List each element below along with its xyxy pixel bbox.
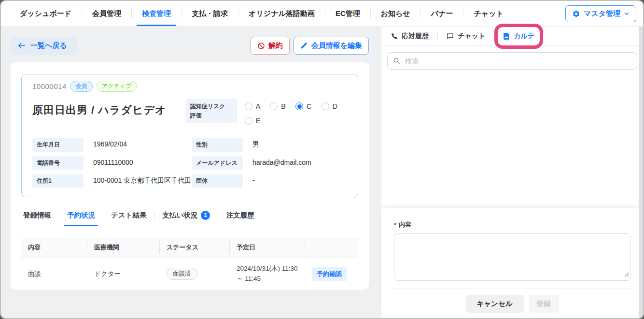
member-id: 10000014 (32, 82, 67, 90)
required-mark: * (394, 221, 396, 229)
karte-document-icon (503, 32, 510, 40)
nav-item-banner[interactable]: バナー (421, 1, 463, 26)
field-value: 100-0001 東京都千代田区千代田 (93, 174, 191, 185)
edit-member-button[interactable]: 会員情報を編集 (294, 37, 369, 55)
risk-radio-c-selected[interactable]: C (295, 102, 311, 110)
side-panel-tabs: 応対履歴 チャット カルテ (381, 27, 643, 46)
resize-grip-icon[interactable] (624, 270, 629, 279)
nav-item-billing[interactable]: 支払・請求 (182, 1, 238, 26)
field-address: 住所1 100-0001 東京都千代田区千代田 (32, 174, 192, 188)
nav-item-chat[interactable]: チャット (463, 1, 513, 26)
search-input[interactable] (387, 52, 637, 70)
risk-radio-d[interactable]: D (322, 102, 337, 110)
tab-order-history[interactable]: 注文履歴 (226, 211, 254, 226)
radio-circle (245, 102, 252, 110)
reservation-confirm-button[interactable]: 予約確認 (312, 267, 347, 281)
phone-icon (391, 33, 398, 40)
tab-payment-status[interactable]: 支払い状況 1 (163, 211, 210, 226)
tab-karte-label: カルテ (514, 32, 534, 41)
dementia-risk-label-line2: 評価 (190, 111, 233, 120)
risk-radio-b[interactable]: B (270, 102, 286, 110)
field-phone: 電話番号 09011110000 (32, 156, 192, 170)
tab-response-history-label: 応対履歴 (402, 32, 429, 41)
master-management-button[interactable]: マスタ管理 (565, 5, 636, 22)
toolbar-actions: 解約 会員情報を編集 (251, 37, 369, 55)
member-fields: 生年月日 1969/02/04 性別 男 電話番号 09011110000 (32, 138, 347, 188)
cell-actions: 予約確認 (305, 257, 358, 290)
tab-karte[interactable]: カルテ (502, 30, 535, 43)
table-header-row: 内容 医療機関 ステータス 予定日 (21, 238, 358, 258)
ban-icon (257, 42, 265, 50)
field-email: メールアドレス harada@dmail.com (192, 156, 347, 170)
radio-circle (322, 102, 329, 110)
radio-circle (270, 102, 278, 110)
tab-chat[interactable]: チャット (446, 30, 486, 43)
tab-response-history[interactable]: 応対履歴 (390, 30, 430, 43)
radio-label-a: A (256, 102, 261, 110)
nav-item-original-videos[interactable]: オリジナル落語動画 (238, 1, 325, 26)
scrollbar-track[interactable] (639, 27, 643, 318)
form-footer: キャンセル 登録 (394, 289, 630, 319)
content-label-text: 内容 (399, 220, 411, 229)
cancel-membership-button[interactable]: 解約 (251, 37, 290, 55)
cancel-button[interactable]: キャンセル (465, 295, 523, 313)
search-icon (393, 57, 400, 64)
back-to-list-button[interactable]: 一覧へ戻る (11, 37, 77, 55)
tab-reservation-status[interactable]: 予約状況 (67, 211, 95, 226)
risk-radio-row-1: A B C D (245, 100, 347, 113)
payment-count-badge: 1 (201, 211, 210, 220)
field-label: 団体 (192, 174, 243, 188)
karte-entry-form: * 内容 キャンセル 登録 (381, 207, 643, 319)
cell-content: 面談 (21, 257, 87, 290)
radio-circle (245, 117, 252, 125)
karte-list-area (381, 70, 643, 207)
tab-test-results[interactable]: テスト結果 (111, 211, 147, 226)
side-tab-separator (494, 32, 494, 40)
radio-label-d: D (333, 102, 337, 110)
member-panel: 10000014 会員 アクティブ 原田日出男 / ハラダヒデオ 認知症リスク … (11, 62, 369, 290)
radio-label-c: C (307, 102, 311, 110)
main-content: 一覧へ戻る 解約 会員情報を編集 (1, 27, 643, 319)
risk-radio-a[interactable]: A (245, 102, 261, 110)
gear-icon (572, 10, 580, 18)
field-value: 1969/02/04 (93, 138, 127, 148)
content-textarea[interactable] (394, 233, 630, 281)
back-arrow-icon (17, 42, 26, 49)
cell-institution: ドクター (87, 257, 160, 290)
radio-circle (295, 102, 303, 110)
top-navigation: ダッシュボード 会員管理 検査管理 支払・請求 オリジナル落語動画 EC管理 お… (1, 1, 643, 27)
search-area (381, 46, 643, 70)
edit-member-label: 会員情報を編集 (311, 41, 362, 50)
risk-radio-group: A B C D E (245, 99, 347, 127)
member-id-row: 10000014 会員 アクティブ (32, 81, 347, 92)
reservation-table: 内容 医療機関 ステータス 予定日 面談 ドクター 面談済 (21, 238, 358, 291)
nav-item-members[interactable]: 会員管理 (82, 1, 131, 26)
back-button-label: 一覧へ戻る (30, 41, 67, 50)
submit-button[interactable]: 登録 (529, 295, 559, 313)
radio-label-b: B (281, 102, 286, 110)
nav-item-dashboard[interactable]: ダッシュボード (10, 1, 82, 26)
nav-item-ec[interactable]: EC管理 (325, 1, 370, 26)
risk-radio-e[interactable]: E (245, 117, 261, 125)
cell-status: 面談済 (160, 257, 230, 290)
tab-chat-label: チャット (458, 32, 485, 41)
chat-icon (447, 32, 454, 40)
nav-item-examinations[interactable]: 検査管理 (132, 1, 181, 26)
field-value: 男 (252, 138, 259, 149)
col-header-content: 内容 (21, 238, 87, 258)
nav-item-notices[interactable]: お知らせ (371, 1, 420, 26)
field-gender: 性別 男 (192, 138, 347, 152)
tab-separator (262, 212, 262, 219)
member-detail-column: 一覧へ戻る 解約 会員情報を編集 (1, 27, 381, 319)
tab-registration-info[interactable]: 登録情報 (23, 211, 51, 226)
chevron-down-icon (624, 11, 630, 16)
tab-payment-label: 支払い状況 (163, 211, 198, 220)
col-header-actions (305, 238, 358, 258)
field-organization: 団体 - (192, 174, 347, 188)
col-header-scheduled: 予定日 (230, 238, 305, 258)
col-header-institution: 医療機関 (87, 238, 160, 258)
side-tab-separator (437, 32, 438, 40)
tab-separator (103, 212, 103, 219)
field-label: 住所1 (32, 174, 84, 188)
field-value: 09011110000 (93, 156, 133, 166)
